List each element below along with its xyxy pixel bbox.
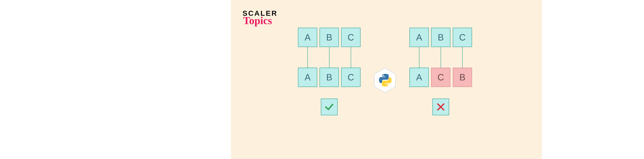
- cell-right-bottom-0: A: [410, 68, 429, 87]
- svg-marker-0: [374, 68, 396, 93]
- cell-right-top-2: C: [453, 28, 472, 47]
- cell-right-bottom-2: B: [453, 68, 472, 87]
- diagram-banner: SCALER Topics A B C A B C: [231, 0, 542, 159]
- connectors-left: [298, 47, 360, 68]
- correct-order-group: A B C A B C: [298, 28, 360, 115]
- cell-left-top-0: A: [298, 28, 317, 47]
- connector: [431, 47, 450, 68]
- bottom-row: A C B: [410, 68, 472, 87]
- cell-left-bottom-2: C: [341, 68, 360, 87]
- cell-left-bottom-0: A: [298, 68, 317, 87]
- top-row: A B C: [298, 28, 360, 47]
- connector: [341, 47, 360, 68]
- top-row: A B C: [410, 28, 472, 47]
- cell-left-top-2: C: [341, 28, 360, 47]
- bottom-row: A B C: [298, 68, 360, 87]
- result-correct: [321, 98, 338, 115]
- scaler-topics-logo: SCALER Topics: [242, 9, 278, 27]
- cell-left-top-1: B: [320, 28, 339, 47]
- cell-right-bottom-1: C: [431, 68, 450, 87]
- cross-icon: [436, 102, 446, 112]
- cell-right-top-0: A: [410, 28, 429, 47]
- cell-right-top-1: B: [431, 28, 450, 47]
- connector: [298, 47, 317, 68]
- python-logo-icon: [374, 68, 396, 94]
- connectors-right: [410, 47, 472, 68]
- result-wrong: [432, 98, 449, 115]
- connector: [453, 47, 472, 68]
- connector: [410, 47, 429, 68]
- wrong-order-group: A B C A C B: [410, 28, 472, 115]
- cell-left-bottom-1: B: [320, 68, 339, 87]
- connector: [320, 47, 339, 68]
- check-icon: [324, 102, 334, 112]
- comparison-diagram: A B C A B C: [298, 28, 472, 115]
